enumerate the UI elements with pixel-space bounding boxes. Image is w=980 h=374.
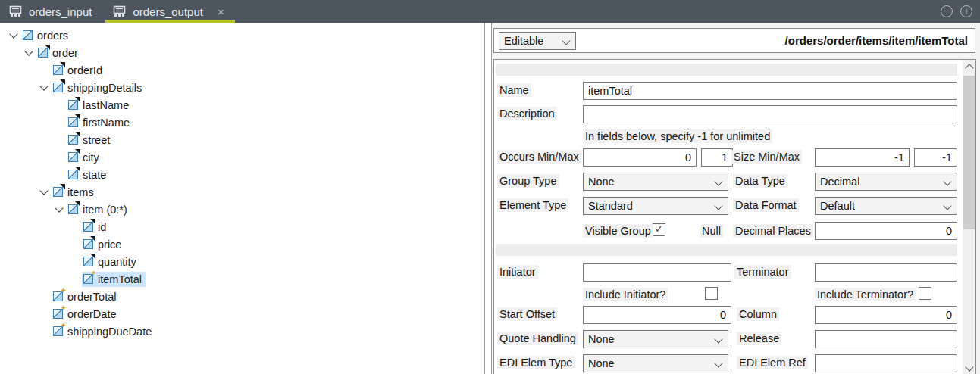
tree-item-label: orderDate	[67, 308, 116, 320]
include-terminator-checkbox[interactable]	[919, 287, 931, 300]
size-max-input[interactable]	[914, 148, 957, 167]
properties-header: Editable /orders/order/items/item/itemTo…	[493, 28, 975, 53]
expand-all-icon[interactable]: +	[960, 5, 972, 17]
include-terminator-label: Include Terminator?	[815, 288, 916, 301]
tree-item-firstName[interactable]: firstName	[0, 114, 484, 131]
section-divider	[496, 64, 957, 76]
node-icon	[83, 257, 93, 266]
terminator-label: Terminator	[734, 265, 791, 279]
edit-mode-select[interactable]: Editable	[499, 32, 576, 50]
tree-item-quantity[interactable]: quantity	[0, 253, 484, 270]
chevron-down-icon[interactable]	[52, 207, 67, 213]
tree-item-itemTotal[interactable]: itemTotal	[0, 270, 484, 288]
group-type-value: None	[588, 176, 615, 188]
tree-item-label: orderTotal	[67, 291, 116, 303]
node-icon	[53, 326, 63, 336]
occurs-min-input[interactable]	[583, 148, 697, 167]
visible-group-checkbox[interactable]: ✓	[653, 223, 665, 236]
tree-item-items[interactable]: items	[0, 183, 484, 201]
decimal-places-label: Decimal Places	[733, 224, 813, 238]
node-icon	[68, 135, 78, 145]
tree-item-id[interactable]: id	[0, 218, 484, 235]
column-input[interactable]	[815, 306, 957, 324]
tree-item-label: shippingDueDate	[67, 326, 152, 338]
tab-orders-output[interactable]: orders_output ×	[104, 0, 236, 23]
unlimited-hint: In fields below, specify -1 for unlimite…	[583, 129, 772, 143]
tree-item-label: order	[52, 47, 78, 59]
tree-item-lastName[interactable]: lastName	[0, 96, 484, 114]
data-type-select[interactable]: Decimal	[815, 173, 957, 191]
properties-form: Name Description In fields below, specif…	[493, 59, 976, 374]
vertical-scrollbar[interactable]	[963, 60, 975, 374]
null-label: Null	[700, 224, 723, 238]
schema-editor-window: orders_input orders_output × − +	[0, 0, 980, 374]
tab-orders-input[interactable]: orders_input	[0, 0, 104, 23]
tree-item-orderId[interactable]: orderId	[0, 61, 484, 79]
tree-item-label: shippingDetails	[67, 82, 142, 94]
chevron-down-icon	[714, 177, 722, 185]
chevron-down-icon[interactable]	[6, 33, 21, 39]
node-icon	[38, 48, 48, 58]
node-path: /orders/order/items/item/itemTotal	[785, 29, 968, 52]
tree-item-city[interactable]: city	[0, 148, 484, 166]
tree-item-state[interactable]: state	[0, 166, 484, 183]
name-label: Name	[497, 83, 531, 97]
edi-elem-type-value: None	[588, 357, 615, 369]
description-input[interactable]	[583, 105, 957, 123]
schema-document-icon	[113, 5, 126, 17]
node-icon	[83, 222, 93, 232]
chevron-down-icon[interactable]	[21, 50, 36, 56]
element-type-select[interactable]: Standard	[583, 197, 728, 215]
tree-item-price[interactable]: price	[0, 235, 484, 253]
tree-item-orderTotal[interactable]: orderTotal	[0, 288, 484, 305]
name-input[interactable]	[583, 82, 957, 100]
initiator-input[interactable]	[583, 263, 731, 282]
tab-label: orders_output	[133, 5, 203, 18]
size-min-input[interactable]	[815, 148, 910, 167]
release-label: Release	[737, 332, 781, 345]
scroll-down-icon[interactable]	[965, 363, 973, 371]
chevron-down-icon[interactable]	[36, 189, 52, 195]
close-tab-icon[interactable]: ×	[218, 6, 224, 17]
tree-item-label: itemTotal	[98, 273, 142, 285]
start-offset-input[interactable]	[583, 306, 731, 324]
node-icon	[68, 100, 78, 110]
edi-elem-ref-input[interactable]	[815, 354, 957, 372]
group-type-select[interactable]: None	[583, 173, 728, 191]
node-icon	[23, 30, 33, 40]
data-format-select[interactable]: Default	[815, 197, 957, 215]
tree-item-shippingDueDate[interactable]: shippingDueDate	[0, 323, 484, 340]
tree-item-orders[interactable]: orders	[0, 26, 484, 44]
chevron-down-icon[interactable]	[36, 85, 52, 91]
tree-item-label: firstName	[83, 117, 130, 129]
edi-elem-type-select[interactable]: None	[583, 354, 728, 372]
tree-item-street[interactable]: street	[0, 131, 484, 148]
node-icon	[83, 274, 93, 284]
occurs-max-input[interactable]	[701, 148, 733, 167]
node-icon	[68, 204, 78, 214]
node-icon	[68, 152, 78, 162]
properties-panel: Editable /orders/order/items/item/itemTo…	[491, 23, 980, 374]
data-format-value: Default	[820, 200, 855, 212]
tree-item-shippingDetails[interactable]: shippingDetails	[0, 79, 484, 96]
edi-elem-ref-label: EDI Elem Ref	[737, 356, 808, 369]
start-offset-label: Start Offset	[497, 307, 557, 321]
data-format-label: Data Format	[733, 198, 799, 212]
node-icon	[53, 187, 63, 197]
node-icon	[53, 65, 63, 75]
terminator-input[interactable]	[815, 263, 957, 282]
tree-item-item[interactable]: item (0:*)	[0, 201, 484, 218]
quote-handling-value: None	[588, 333, 615, 345]
tree-item-order[interactable]: order	[0, 44, 484, 61]
tree-item-label: item (0:*)	[83, 204, 127, 216]
description-label: Description	[497, 107, 557, 120]
include-initiator-checkbox[interactable]	[705, 287, 718, 300]
decimal-places-input[interactable]	[815, 222, 957, 240]
quote-handling-select[interactable]: None	[583, 330, 728, 348]
tree-item-orderDate[interactable]: orderDate	[0, 305, 484, 323]
scroll-up-icon[interactable]	[965, 64, 973, 72]
scrollbar-thumb[interactable]	[963, 76, 975, 229]
release-input[interactable]	[815, 330, 957, 348]
collapse-all-icon[interactable]: −	[941, 5, 953, 17]
data-type-label: Data Type	[733, 174, 787, 188]
